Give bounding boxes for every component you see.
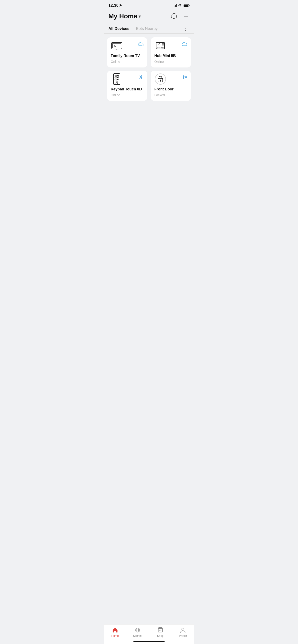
status-bar: 12:30 bbox=[104, 0, 194, 10]
svg-point-26 bbox=[118, 79, 119, 80]
tab-all-devices[interactable]: All Devices bbox=[108, 24, 130, 34]
device-name: Keypad Touch 0D bbox=[111, 87, 144, 92]
svg-rect-2 bbox=[189, 5, 190, 6]
svg-point-19 bbox=[116, 75, 117, 76]
device-status: Online bbox=[154, 60, 187, 64]
svg-rect-1 bbox=[184, 4, 188, 7]
svg-text:SwitchBot: SwitchBot bbox=[157, 47, 165, 49]
bell-icon bbox=[171, 13, 177, 20]
wifi-icon bbox=[178, 4, 182, 7]
status-time: 12:30 bbox=[108, 3, 122, 8]
device-icon-row bbox=[111, 74, 144, 84]
svg-point-22 bbox=[116, 77, 117, 78]
svg-point-23 bbox=[118, 77, 119, 78]
tab-bots-nearby[interactable]: Bots Nearby bbox=[136, 24, 158, 34]
keypad-icon bbox=[111, 74, 123, 84]
home-title-text: My Home bbox=[108, 12, 137, 20]
svg-point-21 bbox=[115, 77, 116, 78]
device-status: Locked bbox=[154, 93, 187, 97]
device-name: Family Room TV bbox=[111, 54, 144, 58]
device-name: Front Door bbox=[154, 87, 187, 92]
device-icon-row: TV bbox=[111, 41, 144, 50]
signal-icon bbox=[173, 4, 177, 7]
lock-icon bbox=[154, 74, 166, 84]
location-arrow-icon bbox=[119, 4, 122, 8]
bluetooth-signal-icon bbox=[182, 74, 187, 80]
device-status: Online bbox=[111, 93, 144, 97]
device-name: Hub Mini 5B bbox=[154, 54, 187, 58]
cloud-icon-2 bbox=[182, 41, 187, 46]
device-card-front-door[interactable]: Front Door Locked bbox=[151, 71, 191, 101]
svg-point-28 bbox=[116, 82, 118, 84]
svg-text:TV: TV bbox=[114, 45, 116, 47]
chevron-down-icon: ▾ bbox=[139, 14, 141, 19]
cloud-icon bbox=[138, 41, 144, 46]
devices-grid: TV Family Room TV Online SwitchB bbox=[104, 34, 194, 104]
svg-point-27 bbox=[116, 81, 117, 82]
status-icons bbox=[173, 4, 190, 7]
bluetooth-icon bbox=[138, 74, 144, 80]
device-status: Online bbox=[111, 60, 144, 64]
device-icon-row: SwitchBot bbox=[154, 41, 187, 50]
svg-point-18 bbox=[115, 75, 116, 76]
device-card-hub-mini-5b[interactable]: SwitchBot Hub Mini 5B Online bbox=[151, 37, 191, 68]
add-button[interactable] bbox=[182, 12, 190, 20]
time-display: 12:30 bbox=[108, 3, 118, 8]
battery-icon bbox=[184, 4, 190, 7]
device-card-keypad-touch-0d[interactable]: Keypad Touch 0D Online bbox=[107, 71, 147, 101]
svg-point-25 bbox=[116, 79, 117, 80]
tabs-bar: All Devices Bots Nearby ⋮ bbox=[104, 24, 194, 34]
notification-bell-button[interactable] bbox=[170, 12, 178, 20]
hub-icon: SwitchBot bbox=[154, 41, 166, 50]
home-title[interactable]: My Home ▾ bbox=[108, 12, 141, 20]
device-icon-row bbox=[154, 74, 187, 84]
svg-point-24 bbox=[115, 79, 116, 80]
header: My Home ▾ bbox=[104, 10, 194, 24]
tabs-more-button[interactable]: ⋮ bbox=[182, 25, 190, 32]
device-card-family-room-tv[interactable]: TV Family Room TV Online bbox=[107, 37, 147, 68]
svg-point-12 bbox=[159, 44, 160, 45]
svg-point-20 bbox=[118, 75, 119, 76]
header-actions bbox=[170, 12, 190, 20]
tv-icon: TV bbox=[111, 41, 123, 50]
plus-icon bbox=[183, 14, 189, 19]
